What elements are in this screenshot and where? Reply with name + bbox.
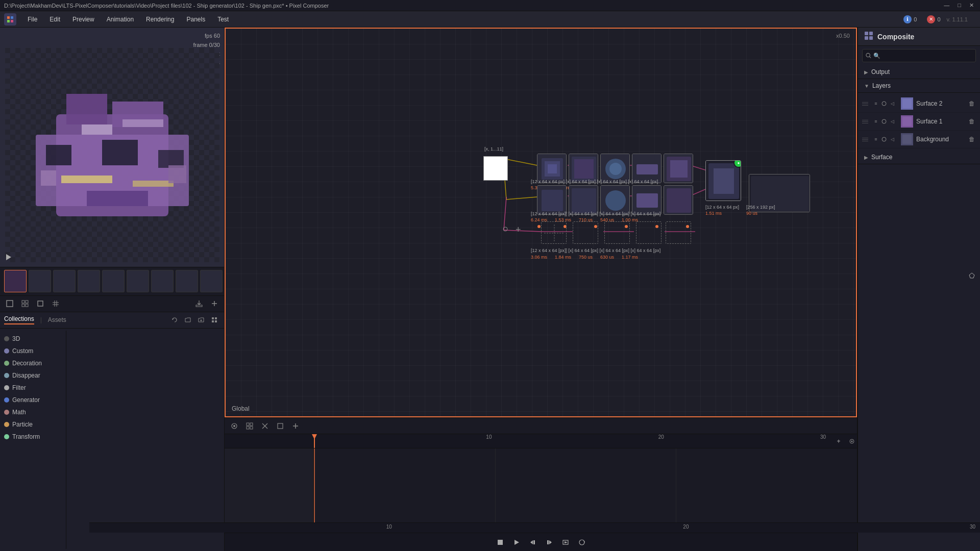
menu-edit[interactable]: Edit <box>44 14 65 25</box>
new-item-button[interactable] <box>195 314 207 325</box>
select-tool-button[interactable] <box>4 298 15 309</box>
thumbnail-6[interactable] <box>127 270 149 292</box>
folder-button[interactable] <box>182 314 193 325</box>
search-input[interactable] <box>873 53 972 59</box>
graph-node-r2-4[interactable] <box>632 185 662 215</box>
layer-surface2[interactable]: ≡ ◁ Surface 2 🗑 <box>858 95 980 113</box>
menu-panels[interactable]: Panels <box>181 14 210 25</box>
graph-node-r3-1[interactable] <box>541 221 567 244</box>
layer-arrow-s1[interactable]: ◁ <box>889 118 896 125</box>
collection-dot-disappear <box>4 373 9 378</box>
collection-dot-transform <box>4 434 9 439</box>
timeline-add-button[interactable]: + <box>833 436 844 447</box>
graph-node-r2-1[interactable] <box>537 185 567 215</box>
thumbnail-2[interactable] <box>29 270 51 292</box>
node-cut-button[interactable] <box>259 420 271 432</box>
forward-button[interactable] <box>543 536 555 548</box>
tab-assets[interactable]: Assets <box>48 316 66 323</box>
collection-custom[interactable]: Custom <box>0 345 66 357</box>
layer-visible-bg[interactable]: ≡ <box>872 136 879 143</box>
layer-background[interactable]: ≡ ◁ Background 🗑 <box>858 131 980 148</box>
layer-drag-handle-s2[interactable] <box>862 102 868 106</box>
play-button[interactable] <box>510 536 523 548</box>
section-surface[interactable]: ▶ Surface <box>858 151 980 164</box>
svg-rect-17 <box>82 124 112 135</box>
search-box[interactable] <box>862 49 976 62</box>
node-view-button[interactable] <box>244 420 255 432</box>
graph-node-r3-3[interactable] <box>604 221 630 244</box>
graph-node-right-1[interactable]: ● <box>705 160 741 201</box>
collection-particle[interactable]: Particle <box>0 418 66 431</box>
svg-marker-114 <box>514 540 519 545</box>
layer-arrow-bg[interactable]: ◁ <box>889 136 896 143</box>
rewind-button[interactable] <box>527 536 539 548</box>
layer-lock-bg[interactable] <box>880 136 888 143</box>
thumbnail-9[interactable] <box>200 270 223 292</box>
collection-math[interactable]: Math <box>0 406 66 418</box>
graph-node-r2-5[interactable] <box>664 185 693 215</box>
frame-tool-button[interactable] <box>35 298 46 309</box>
graph-node-r3-4[interactable] <box>636 221 662 244</box>
stop-button[interactable] <box>494 536 506 548</box>
layout-tool-button[interactable] <box>19 298 31 309</box>
graph-node-r2-3[interactable] <box>600 185 630 215</box>
timeline-snap-button[interactable] <box>966 270 977 281</box>
svg-rect-137 <box>902 135 912 144</box>
collection-3d[interactable]: 3D <box>0 333 66 345</box>
layer-surface1[interactable]: ≡ ◁ Surface 1 🗑 <box>858 113 980 131</box>
menu-file[interactable]: File <box>22 14 42 25</box>
graph-node-r3-5[interactable] <box>666 221 691 244</box>
svg-rect-19 <box>61 176 112 183</box>
menu-test[interactable]: Test <box>212 14 234 25</box>
svg-rect-42 <box>215 317 217 319</box>
menu-preview[interactable]: Preview <box>67 14 100 25</box>
layer-visible-s1[interactable]: ≡ <box>872 118 879 125</box>
collection-generator[interactable]: Generator <box>0 394 66 406</box>
node-frame-button[interactable] <box>275 420 286 432</box>
layer-drag-handle-bg[interactable] <box>862 138 868 141</box>
graph-node-r1-5[interactable] <box>664 154 693 183</box>
section-layers[interactable]: ▼ Layers <box>858 79 980 93</box>
info-badge: ℹ 0 <box>899 14 921 24</box>
minimize-button[interactable]: — <box>942 2 951 9</box>
add-button[interactable] <box>209 298 220 309</box>
maximize-button[interactable]: □ <box>955 2 963 9</box>
layer-vis-icons-bg: ≡ ◁ <box>872 136 896 143</box>
loop-button[interactable] <box>576 536 588 548</box>
layer-lock-s1[interactable] <box>880 118 888 125</box>
svg-point-129 <box>882 102 886 106</box>
section-output[interactable]: ▶ Output <box>858 65 980 79</box>
timeline-track-area[interactable] <box>314 448 857 533</box>
tab-collections[interactable]: Collections <box>4 315 34 324</box>
collection-filter[interactable]: Filter <box>0 382 66 394</box>
graph-node-r3-2[interactable] <box>573 221 598 244</box>
grid-view-button[interactable] <box>209 314 220 325</box>
thumbnail-7[interactable] <box>151 270 174 292</box>
graph-node-r2-2[interactable] <box>569 185 598 215</box>
record-button[interactable] <box>559 536 572 548</box>
refresh-button[interactable] <box>169 314 180 325</box>
collection-decoration[interactable]: Decoration <box>0 357 66 369</box>
thumbnail-4[interactable] <box>78 270 100 292</box>
timeline-pin-button[interactable] <box>847 436 857 446</box>
preview-play-button[interactable] <box>4 253 12 263</box>
node-editor[interactable]: x0.50 <box>225 28 857 417</box>
export-button[interactable] <box>193 298 205 309</box>
collection-transform[interactable]: Transform <box>0 431 66 443</box>
thumbnail-5[interactable] <box>102 270 125 292</box>
thumbnail-3[interactable] <box>53 270 76 292</box>
menu-animation[interactable]: Animation <box>102 14 139 25</box>
source-node[interactable] <box>483 156 508 181</box>
node-add-button[interactable] <box>290 420 301 432</box>
layer-arrow-s2[interactable]: ◁ <box>889 100 896 107</box>
grid-tool-button[interactable] <box>50 298 61 309</box>
menu-rendering[interactable]: Rendering <box>141 14 179 25</box>
fps-display: fps 60 <box>187 32 220 41</box>
thumbnail-1[interactable] <box>4 270 27 292</box>
layer-visible-s2[interactable]: ≡ <box>872 100 879 107</box>
thumbnail-8[interactable] <box>176 270 198 292</box>
layer-lock-s2[interactable] <box>880 100 888 107</box>
collection-disappear[interactable]: Disappear <box>0 369 66 382</box>
layer-drag-handle-s1[interactable] <box>862 120 868 123</box>
node-settings-button[interactable] <box>229 420 240 432</box>
